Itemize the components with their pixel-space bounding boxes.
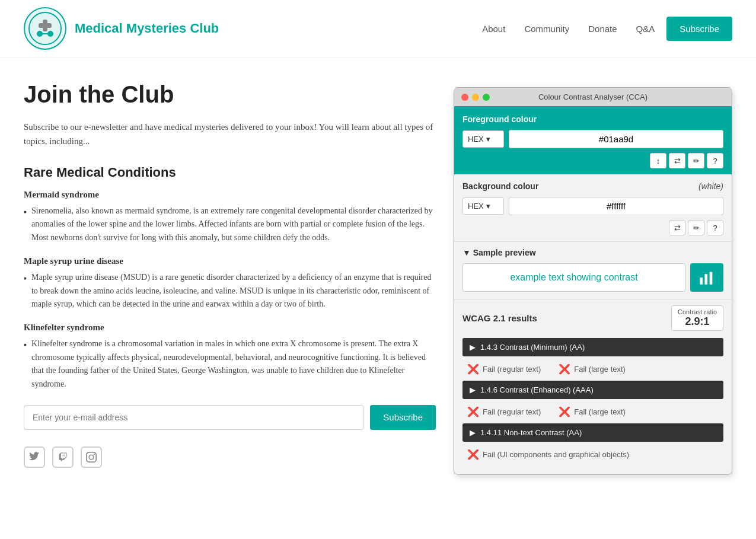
bg-header: Background colour (white) — [462, 181, 723, 191]
twitter-icon[interactable] — [24, 446, 45, 468]
result-1411-text: Fail (UI components and graphical object… — [483, 450, 629, 459]
criterion-146-label: 1.4.6 Contrast (Enhanced) (AAA) — [480, 385, 594, 394]
foreground-label: Foreground colour — [462, 114, 723, 124]
fg-dropdown-icon: ▾ — [486, 135, 490, 143]
nav-donate[interactable]: Donate — [581, 20, 624, 37]
preview-label: ▼ Sample preview — [462, 248, 723, 257]
twitch-icon[interactable] — [52, 446, 74, 468]
wcag-title: WCAG 2.1 results — [462, 313, 537, 323]
condition-list-klinefelter: Klinefelter syndrome is a chromosomal va… — [24, 337, 436, 391]
fg-tools-row: ↕ ⇄ ✏ ? — [462, 153, 723, 168]
foreground-section: Foreground colour HEX ▾ ↕ ⇄ ✏ ? — [454, 106, 732, 174]
main-content: Join the Club Subscribe to our e-newslet… — [0, 58, 756, 499]
rare-conditions-heading: Rare Medical Conditions — [24, 165, 436, 180]
criterion-1411-label: 1.4.11 Non-text Contrast (AA) — [480, 428, 582, 437]
fg-color-row: HEX ▾ — [462, 130, 723, 148]
criterion-143-label: 1.4.3 Contrast (Minimum) (AA) — [480, 343, 585, 352]
wcag-section: WCAG 2.1 results Contrast ratio 2.9:1 ▶ … — [454, 299, 732, 474]
list-item: Klinefelter syndrome is a chromosomal va… — [24, 337, 436, 391]
bg-dropdown-icon: ▾ — [486, 202, 490, 211]
criterion-146-results: ❌ Fail (regular text) ❌ Fail (large text… — [462, 404, 723, 423]
intro-text: Subscribe to our e-newsletter and have m… — [24, 120, 436, 148]
fail-icon: ❌ — [467, 363, 479, 375]
preview-text: example text showing contrast — [510, 272, 637, 283]
social-icons — [24, 446, 436, 468]
logo — [24, 7, 66, 50]
content-area: Join the Club Subscribe to our e-newslet… — [24, 81, 436, 475]
fail-icon: ❌ — [559, 406, 570, 417]
nav-qa[interactable]: Q&A — [629, 20, 662, 37]
result-146-large: ❌ Fail (large text) — [559, 406, 626, 417]
bg-hex-input[interactable] — [509, 197, 723, 215]
close-button[interactable] — [461, 94, 468, 101]
page-heading: Join the Club — [24, 81, 436, 108]
result-146-large-text: Fail (large text) — [574, 407, 626, 416]
nav-community[interactable]: Community — [517, 20, 576, 37]
email-input[interactable] — [24, 405, 364, 430]
bg-color-row: HEX ▾ — [462, 197, 723, 215]
condition-heading-mermaid: Mermaid syndrome — [24, 190, 436, 200]
fg-help-button[interactable]: ? — [707, 153, 723, 168]
result-143-large: ❌ Fail (large text) — [559, 363, 626, 375]
header-subscribe-button[interactable]: Subscribe — [666, 17, 732, 41]
bg-format-select[interactable]: HEX ▾ — [462, 197, 504, 215]
condition-heading-klinefelter: Klinefelter syndrome — [24, 323, 436, 333]
site-title: Medical Mysteries Club — [75, 21, 219, 36]
result-143-regular-text: Fail (regular text) — [483, 365, 541, 374]
background-label: Background colour — [462, 181, 538, 191]
svg-rect-8 — [710, 272, 713, 285]
condition-list-mermaid: Sirenomelia, also known as mermaid syndr… — [24, 205, 436, 244]
bg-compare-button[interactable]: ⇄ — [669, 220, 685, 235]
result-146-regular: ❌ Fail (regular text) — [467, 406, 541, 417]
cca-window: Colour Contrast Analyser (CCA) Foregroun… — [454, 87, 732, 475]
main-nav: About Community Donate Q&A Subscribe — [475, 17, 732, 41]
criterion-146[interactable]: ▶ 1.4.6 Contrast (Enhanced) (AAA) — [462, 381, 723, 399]
cca-titlebar: Colour Contrast Analyser (CCA) — [454, 88, 732, 106]
criterion-143-arrow: ▶ — [470, 343, 476, 352]
fg-hex-input[interactable] — [509, 130, 723, 148]
preview-section: ▼ Sample preview example text showing co… — [454, 242, 732, 299]
background-section: Background colour (white) HEX ▾ ⇄ ✏ ? — [454, 174, 732, 242]
maximize-button[interactable] — [483, 94, 490, 101]
list-item: Maple syrup urine disease (MSUD) is a ra… — [24, 271, 436, 311]
email-subscribe-button[interactable]: Subscribe — [370, 405, 436, 430]
fg-format-select[interactable]: HEX ▾ — [462, 130, 504, 148]
svg-rect-7 — [705, 274, 708, 285]
cca-panel: Colour Contrast Analyser (CCA) Foregroun… — [454, 87, 732, 475]
svg-rect-6 — [700, 278, 703, 285]
nav-about[interactable]: About — [475, 20, 512, 37]
fail-icon: ❌ — [559, 363, 570, 375]
bg-white-label: (white) — [698, 181, 723, 191]
fg-swap-button[interactable]: ↕ — [650, 153, 666, 168]
minimize-button[interactable] — [472, 94, 479, 101]
criterion-1411-arrow: ▶ — [470, 428, 476, 437]
contrast-ratio-label: Contrast ratio — [678, 308, 717, 315]
preview-chart-button[interactable] — [690, 263, 723, 292]
preview-text-box: example text showing contrast — [462, 263, 685, 292]
cca-title: Colour Contrast Analyser (CCA) — [538, 93, 647, 101]
criterion-143-results: ❌ Fail (regular text) ❌ Fail (large text… — [462, 361, 723, 381]
list-item: Sirenomelia, also known as mermaid syndr… — [24, 205, 436, 244]
criterion-1411[interactable]: ▶ 1.4.11 Non-text Contrast (AA) — [462, 423, 723, 442]
traffic-lights — [461, 94, 490, 101]
bg-picker-button[interactable]: ✏ — [688, 220, 704, 235]
condition-heading-maple: Maple syrup urine disease — [24, 256, 436, 266]
list-item-text: Klinefelter syndrome is a chromosomal va… — [31, 337, 436, 391]
bg-help-button[interactable]: ? — [707, 220, 723, 235]
instagram-icon[interactable] — [81, 446, 102, 468]
bg-tools-row: ⇄ ✏ ? — [462, 220, 723, 235]
contrast-ratio-box: Contrast ratio 2.9:1 — [671, 305, 723, 331]
preview-row: example text showing contrast — [462, 263, 723, 292]
criterion-143[interactable]: ▶ 1.4.3 Contrast (Minimum) (AA) — [462, 338, 723, 356]
fg-compare-button[interactable]: ⇄ — [669, 153, 685, 168]
criterion-146-arrow: ▶ — [470, 385, 476, 394]
fail-icon: ❌ — [467, 406, 479, 417]
bg-format-label: HEX — [468, 202, 484, 211]
email-form: Subscribe — [24, 405, 436, 430]
logo-area: Medical Mysteries Club — [24, 7, 219, 50]
result-143-large-text: Fail (large text) — [574, 365, 626, 374]
wcag-header: WCAG 2.1 results Contrast ratio 2.9:1 — [462, 305, 723, 331]
fg-picker-button[interactable]: ✏ — [688, 153, 704, 168]
result-143-regular: ❌ Fail (regular text) — [467, 363, 541, 375]
header: Medical Mysteries Club About Community D… — [0, 0, 756, 58]
